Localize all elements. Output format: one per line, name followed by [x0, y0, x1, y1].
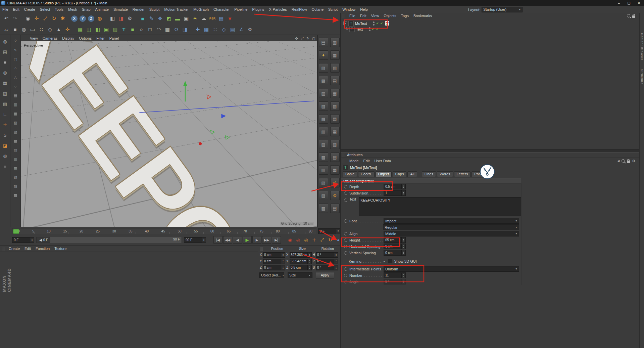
horizontal-spacing-field[interactable]: 0 cm▲▼: [384, 244, 406, 249]
rotation-h-field[interactable]: 0 °▲▼: [316, 252, 338, 258]
current-frame-field[interactable]: 0 F ▲▼: [12, 237, 34, 243]
deformer-icon[interactable]: ◩: [164, 14, 173, 23]
om-menu-item[interactable]: Edit: [358, 13, 369, 18]
mirror-tool-icon[interactable]: ◨: [181, 25, 189, 34]
modeling-icon-9[interactable]: ▦: [330, 89, 340, 98]
enabled-check-icon[interactable]: ✓: [380, 21, 383, 25]
Basic[interactable]: Basic: [343, 171, 357, 177]
record-circle-icon[interactable]: [344, 219, 347, 223]
All[interactable]: All: [407, 171, 417, 177]
bend-deformer-icon[interactable]: ◠: [154, 25, 163, 34]
om-menu-item[interactable]: Bookmarks: [411, 13, 434, 18]
palette-icon-1[interactable]: ▤: [12, 92, 19, 99]
keyframe-selection-icon[interactable]: ◎: [302, 236, 310, 243]
sky-icon[interactable]: ☁: [199, 14, 208, 23]
record-keyframe-icon[interactable]: ◉: [286, 236, 294, 243]
depth-field[interactable]: 0.5 cm▲▼: [384, 184, 406, 189]
frame-range-slider[interactable]: ◀ 0 F 90 F: [36, 237, 182, 243]
Caps[interactable]: Caps: [393, 171, 407, 177]
vertex-snap-icon[interactable]: ∷: [211, 25, 219, 34]
position-x-field[interactable]: 0 cm▲▼: [263, 252, 285, 258]
frame-field[interactable]: 0 F ▲▼: [318, 228, 340, 234]
attr-menu-item[interactable]: Edit: [361, 159, 372, 163]
end-frame-field[interactable]: 90 F ▲▼: [184, 237, 206, 243]
rotate-view-icon[interactable]: ↻: [306, 36, 310, 41]
make-editable-icon[interactable]: ▱: [2, 25, 11, 34]
Letters[interactable]: Letters: [454, 171, 471, 177]
object-row-text[interactable]: └ T Text ✓ ✓: [341, 26, 639, 32]
workplane-display-icon[interactable]: =1: [330, 178, 340, 187]
range-thumb[interactable]: ◀ 0 F: [37, 237, 50, 243]
timeline-ruler[interactable]: 051015202530354045505560657075808590: [12, 228, 316, 234]
modeling-icon-1[interactable]: ▤: [319, 38, 328, 47]
coordinate-system-icon[interactable]: ◍: [95, 14, 104, 23]
record-circle-icon[interactable]: [344, 238, 347, 242]
menu-item[interactable]: Octane: [309, 7, 326, 12]
viewport-menu-item[interactable]: Panel: [107, 36, 121, 41]
menu-item[interactable]: RealFlow: [289, 7, 309, 12]
kerning-expand-icon[interactable]: ▸: [384, 260, 385, 263]
fracture-tool-icon[interactable]: ▨: [111, 25, 119, 34]
prev-key-button[interactable]: ◀◀: [223, 236, 232, 244]
modeling-icon-22[interactable]: ▧: [319, 178, 328, 187]
rect-spline-icon[interactable]: □: [146, 25, 154, 34]
size-z-field[interactable]: 0.5 cm▲▼: [290, 265, 312, 270]
modeling-icon-20[interactable]: ▥: [319, 165, 328, 175]
prev-frame-button[interactable]: ◀: [233, 236, 242, 244]
cursor-tool-icon[interactable]: ↖: [12, 47, 19, 53]
font-family-select[interactable]: Impact▼: [384, 218, 519, 224]
menu-item[interactable]: Character: [211, 7, 232, 12]
palette-icon-8[interactable]: ▥: [12, 156, 19, 162]
viewport-menu-item[interactable]: Display: [60, 36, 77, 41]
octane-plugin-icon[interactable]: ▼: [226, 14, 234, 23]
menu-item[interactable]: Animate: [93, 7, 111, 12]
modeling-icon-12[interactable]: ▩: [319, 114, 328, 124]
paint-bucket-icon[interactable]: ◪: [1, 142, 9, 149]
record-circle-icon[interactable]: [344, 199, 347, 202]
minimize-button[interactable]: –: [614, 0, 624, 6]
Object[interactable]: Object: [376, 171, 392, 177]
om-search-icon[interactable]: [627, 14, 630, 17]
circle-spline-icon[interactable]: ○: [137, 25, 146, 34]
record-circle-icon[interactable]: [344, 245, 347, 248]
modeling-icon-18[interactable]: ▩: [319, 153, 328, 162]
Phong[interactable]: Phong: [472, 171, 488, 177]
subdivision-field[interactable]: 1▲▼: [384, 190, 406, 196]
circle-select-icon[interactable]: ○: [12, 65, 19, 72]
menu-item[interactable]: Edit: [11, 7, 22, 12]
modeling-icon-6[interactable]: ▩: [319, 76, 328, 85]
Lines[interactable]: Lines: [422, 171, 436, 177]
next-frame-button[interactable]: ▶: [252, 236, 261, 244]
undo-icon[interactable]: ↶: [2, 14, 11, 23]
rotation-p-field[interactable]: 0 °▲▼: [316, 259, 338, 264]
cube-tool-icon[interactable]: ■: [128, 25, 137, 34]
ffd-deformer-icon[interactable]: ▩: [163, 25, 172, 34]
floor-icon[interactable]: ▬: [173, 14, 182, 23]
projection-icon[interactable]: ▨: [1, 100, 9, 107]
view-label[interactable]: Perspective: [24, 43, 43, 47]
record-circle-icon[interactable]: [344, 185, 347, 188]
edge-snap-icon[interactable]: ◇: [219, 25, 228, 34]
psr-icon[interactable]: PSR: [208, 14, 217, 23]
apply-button[interactable]: Apply: [316, 272, 334, 278]
palette-icon-10[interactable]: ▧: [12, 174, 19, 180]
goto-start-button[interactable]: |◀: [213, 236, 222, 244]
live-selection-icon[interactable]: ◉: [23, 14, 32, 23]
workplane-mode-icon[interactable]: ▭: [28, 25, 37, 34]
object-name[interactable]: MoText: [355, 21, 367, 26]
light-icon[interactable]: ☀: [191, 14, 199, 23]
palette-icon-4[interactable]: ▧: [12, 119, 19, 126]
align-select[interactable]: Middle▼: [384, 231, 519, 236]
menu-item[interactable]: Plugins: [250, 7, 266, 12]
viewport-menu-item[interactable]: Options: [77, 36, 94, 41]
dock-tab[interactable]: Content Browser: [640, 33, 644, 60]
magnet-tool-icon[interactable]: Ω: [172, 25, 181, 34]
attr-menu-item[interactable]: User Data: [372, 159, 394, 163]
ruler-icon[interactable]: ∟: [1, 111, 9, 118]
palette-icon-7[interactable]: ▤: [12, 146, 19, 153]
mograph-icon[interactable]: ❖: [156, 14, 164, 23]
modeling-icon-24[interactable]: ▩: [319, 204, 328, 213]
content-browser-icon[interactable]: ▤: [1, 48, 9, 55]
rotate-tool-icon[interactable]: ↻: [50, 14, 58, 23]
model-mode-icon[interactable]: ■: [11, 25, 19, 34]
